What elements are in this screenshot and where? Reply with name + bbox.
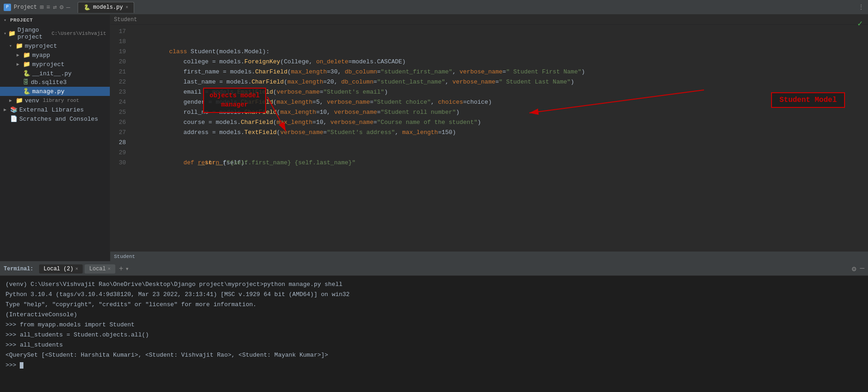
line-num-17: 17: [114, 27, 126, 37]
terminal-tab-local[interactable]: Local ×: [85, 264, 115, 274]
terminal-line-3: Type "help", "copyright", "credits" or "…: [6, 300, 862, 310]
title-bar: P Project ⊞ ≡ ⇄ ⚙ — 🐍 models.py × ⋮: [0, 0, 868, 15]
main-content: ▾ Project ▾ 📁 Django project C:\Users\Vi…: [0, 15, 868, 261]
tab-close-btn[interactable]: ×: [125, 5, 128, 10]
venv-label: venv: [25, 97, 39, 104]
sidebar-item-django-project[interactable]: ▾ 📁 Django project C:\Users\Vishvajit: [0, 26, 110, 41]
line-num-18: 18: [114, 37, 126, 47]
sidebar-item-myproject-inner[interactable]: ▶ 📁 myproject: [0, 60, 110, 69]
terminal-settings-icon[interactable]: ⚙: [852, 264, 857, 274]
terminal-chevron[interactable]: ▾: [125, 265, 129, 273]
code-line-30: [130, 158, 868, 168]
code-line-17: [130, 27, 868, 37]
sidebar-item-scratches[interactable]: ▶ 📄 Scratches and Consoles: [0, 114, 110, 123]
status-student: Student: [114, 254, 135, 259]
project-label: Project: [14, 4, 37, 11]
terminal-content[interactable]: (venv) C:\Users\Vishvajit Rao\OneDrive\D…: [0, 276, 868, 392]
toolbar-icon-2[interactable]: ≡: [46, 4, 50, 11]
terminal-tab-local2-label: Local (2): [44, 266, 74, 272]
external-libs-icon: 📚: [10, 106, 17, 113]
folder-icon-5: 📁: [16, 97, 23, 104]
terminal-actions: ⚙ —: [852, 264, 864, 274]
project-icon: P: [4, 4, 11, 11]
sidebar-item-init-py[interactable]: ▶ 🐍 __init__.py: [0, 69, 110, 78]
title-bar-left: P Project ⊞ ≡ ⇄ ⚙ —: [4, 3, 70, 11]
line-num-19: 19: [114, 47, 126, 57]
tab-models-py-label: models.py: [93, 4, 123, 11]
line-num-27: 27: [114, 128, 126, 138]
terminal-tab-local2[interactable]: Local (2) ×: [39, 264, 83, 274]
code-container: 17 18 19 20 21 22 23 24 25 26 27 28 29 3…: [110, 25, 868, 251]
tab-py-icon: 🐍: [84, 4, 91, 11]
terminal-tabs: Terminal: Local (2) × Local × + ▾ ⚙ —: [0, 262, 868, 276]
line-num-28: 28: [114, 138, 126, 148]
sidebar-item-db-sqlite[interactable]: ▶ 🗄 db.sqlite3: [0, 78, 110, 87]
project-path: C:\Users\Vishvajit: [51, 31, 106, 36]
terminal-tab-local2-close[interactable]: ×: [75, 266, 79, 272]
code-content[interactable]: class Student(models.Model): college = m…: [130, 25, 868, 251]
sqlite-file-icon: 🗄: [23, 79, 29, 86]
folder-icon: 📁: [8, 30, 16, 37]
toolbar-icon-5[interactable]: —: [66, 4, 70, 11]
breadcrumb: Student: [110, 15, 868, 25]
code-line-26: address = models.TextField(verbose_name=…: [130, 118, 868, 128]
sidebar-item-myapp[interactable]: ▶ 📁 myapp: [0, 50, 110, 60]
terminal-line-6: >>> all_students = Student.objects.all(): [6, 330, 862, 340]
line-num-24: 24: [114, 97, 126, 107]
terminal-line-1: (venv) C:\Users\Vishvajit Rao\OneDrive\D…: [6, 280, 862, 290]
py-file-icon: 🐍: [23, 70, 30, 77]
toolbar-icon-4[interactable]: ⚙: [60, 3, 63, 11]
folder-icon-4: 📁: [23, 61, 30, 68]
sidebar: ▾ Project ▾ 📁 Django project C:\Users\Vi…: [0, 15, 110, 261]
terminal-line-5: >>> from myapp.models import Student: [6, 320, 862, 330]
myproject-root-label: myproject: [25, 43, 57, 50]
sidebar-item-myproject-root[interactable]: ▾ 📁 myproject: [0, 41, 110, 50]
editor-area: Student ✓ 17 18 19 20 21 22 23 24 25 26 …: [110, 15, 868, 261]
code-line-20: first_name = models.CharField(max_length…: [130, 57, 868, 67]
terminal-tab-local-label: Local: [89, 266, 106, 272]
terminal-line-4: (InteractiveConsole): [6, 310, 862, 320]
line-num-21: 21: [114, 67, 126, 77]
sidebar-arrow: ▾: [4, 17, 8, 23]
breadcrumb-student: Student: [114, 17, 137, 23]
sidebar-title: Project: [10, 17, 33, 23]
chevron-right-icon-4: ▶: [4, 107, 8, 112]
line-num-20: 20: [114, 57, 126, 67]
django-project-label: Django project: [17, 27, 48, 40]
line-num-26: 26: [114, 118, 126, 128]
editor-status: Student: [110, 251, 868, 261]
more-options-icon[interactable]: ⋮: [858, 3, 864, 11]
toolbar-icon-3[interactable]: ⇄: [53, 3, 57, 11]
code-line-29: return f"{self.first_name} {self.last_na…: [130, 148, 868, 158]
terminal-line-7: >>> all_students: [6, 340, 862, 350]
chevron-right-icon: ▶: [17, 52, 21, 58]
line-num-22: 22: [114, 77, 126, 87]
terminal-line-8: <QuerySet [<Student: Harshita Kumari>, <…: [6, 350, 862, 360]
code-line-27: [130, 128, 868, 138]
line-num-23: 23: [114, 87, 126, 97]
code-line-28: def __str__(self):: [130, 138, 868, 148]
code-line-22: email = models.EmailField(verbose_name="…: [130, 77, 868, 87]
line-num-25: 25: [114, 107, 126, 118]
add-terminal-btn[interactable]: +: [119, 265, 124, 273]
terminal-tab-local-close[interactable]: ×: [108, 266, 111, 272]
editor-tabs: 🐍 models.py ×: [78, 2, 135, 13]
myproject-inner-label: myproject: [32, 61, 64, 68]
sidebar-item-venv[interactable]: ▶ 📁 venv library root: [0, 96, 110, 105]
terminal-line-9: >>>: [6, 360, 862, 370]
code-line-18: class Student(models.Model):: [130, 37, 868, 47]
toolbar-icon-1[interactable]: ⊞: [40, 3, 43, 11]
myapp-label: myapp: [32, 52, 50, 59]
sidebar-item-manage-py[interactable]: ▶ 🐍 manage.py: [0, 87, 110, 96]
terminal-area: Terminal: Local (2) × Local × + ▾ ⚙ — (v…: [0, 261, 868, 392]
chevron-right-icon-3: ▶: [9, 98, 14, 103]
code-line-21: last_name = models.CharField(max_length=…: [130, 67, 868, 77]
sidebar-header[interactable]: ▾ Project: [0, 15, 110, 26]
tab-models-py[interactable]: 🐍 models.py ×: [78, 2, 135, 13]
terminal-minimize-icon[interactable]: —: [860, 264, 864, 274]
sidebar-item-external-libs[interactable]: ▶ 📚 External Libraries: [0, 105, 110, 114]
manage-py-label: manage.py: [32, 88, 64, 95]
db-sqlite-label: db.sqlite3: [31, 79, 67, 86]
annotation-student-model: Student Model: [771, 92, 845, 108]
chevron-down-icon-2: ▾: [9, 43, 14, 49]
